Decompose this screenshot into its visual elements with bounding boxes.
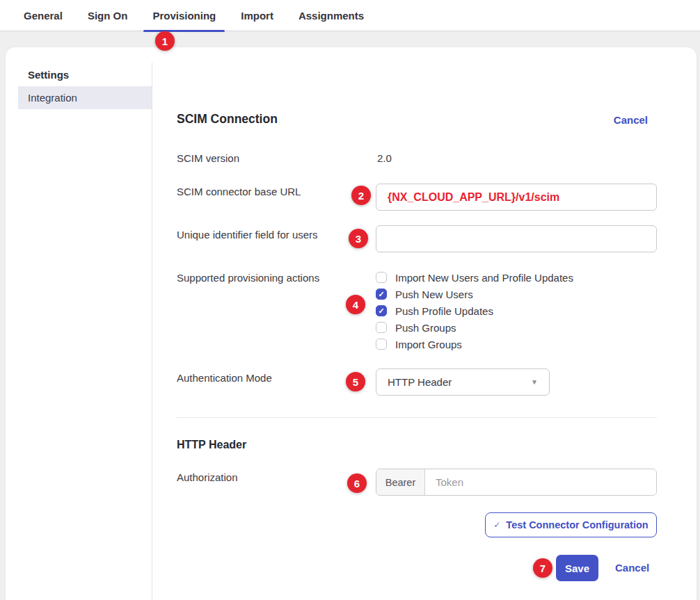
tab-provisioning[interactable]: Provisioning	[140, 0, 228, 31]
checkbox-row-push-groups[interactable]: ✓ Push Groups	[376, 319, 456, 336]
chevron-down-icon: ▼	[531, 378, 538, 386]
auth-mode-selected-value: HTTP Header	[388, 376, 452, 388]
scim-version-value: 2.0	[377, 152, 392, 164]
sidebar-item-integration[interactable]: Integration	[18, 86, 152, 109]
sidebar-divider	[152, 63, 152, 600]
cancel-link-bottom[interactable]: Cancel	[615, 562, 649, 574]
app-tab-bar: General Sign On Provisioning Import Assi…	[0, 0, 700, 31]
checkbox-push-profile-updates[interactable]: ✓	[376, 305, 387, 316]
bearer-prefix: Bearer	[376, 469, 425, 495]
token-input[interactable]	[425, 469, 656, 495]
checkbox-import-groups[interactable]: ✓	[376, 339, 387, 350]
checkbox-row-push-new-users[interactable]: ✓ Push New Users	[376, 286, 473, 302]
tab-general[interactable]: General	[11, 0, 75, 31]
sidebar-item-label: Integration	[28, 92, 77, 104]
checkmark-icon: ✓	[378, 307, 384, 315]
auth-mode-label: Authentication Mode	[177, 372, 272, 384]
step-badge-6: 6	[347, 473, 367, 493]
tab-assignments[interactable]: Assignments	[286, 0, 376, 31]
sidebar-header: Settings	[28, 69, 69, 81]
step-badge-4: 4	[346, 295, 365, 314]
checkbox-label: Import New Users and Profile Updates	[395, 272, 573, 284]
step-badge-2: 2	[351, 186, 371, 205]
settings-card: Settings Integration SCIM Connection Can…	[6, 47, 697, 600]
checkbox-label: Push Groups	[395, 322, 456, 334]
checkmark-icon: ✓	[378, 291, 384, 298]
checkmark-icon: ✓	[493, 520, 500, 530]
tab-import[interactable]: Import	[228, 0, 286, 31]
http-header-section-title: HTTP Header	[177, 439, 246, 451]
scim-version-label: SCIM version	[177, 152, 239, 164]
checkbox-row-push-profile-updates[interactable]: ✓ Push Profile Updates	[376, 302, 493, 319]
checkbox-label: Push Profile Updates	[395, 305, 493, 317]
provisioning-actions-label: Supported provisioning actions	[177, 272, 319, 284]
page-title: SCIM Connection	[177, 112, 278, 127]
cancel-link-top[interactable]: Cancel	[614, 114, 648, 126]
unique-id-label: Unique identifier field for users	[177, 229, 318, 241]
tab-sign-on[interactable]: Sign On	[75, 0, 141, 31]
step-badge-7: 7	[533, 558, 552, 578]
authorization-label: Authorization	[177, 471, 238, 483]
checkbox-push-groups[interactable]: ✓	[376, 322, 387, 333]
checkbox-label: Push New Users	[395, 289, 473, 300]
checkbox-label: Import Groups	[395, 339, 462, 350]
base-url-label: SCIM connector base URL	[177, 186, 301, 197]
test-connector-button[interactable]: ✓ Test Connector Configuration	[485, 512, 657, 537]
authorization-input-group: Bearer	[376, 469, 657, 496]
test-connector-button-label: Test Connector Configuration	[506, 519, 648, 530]
auth-mode-select[interactable]: HTTP Header ▼	[376, 368, 550, 396]
checkbox-import-new-users[interactable]: ✓	[376, 272, 387, 283]
step-badge-5: 5	[346, 372, 365, 391]
checkbox-row-import-groups[interactable]: ✓ Import Groups	[376, 336, 462, 352]
checkbox-row-import-new-users[interactable]: ✓ Import New Users and Profile Updates	[376, 269, 573, 286]
base-url-input[interactable]	[376, 184, 657, 211]
checkbox-push-new-users[interactable]: ✓	[376, 289, 387, 300]
step-badge-3: 3	[349, 229, 368, 248]
unique-id-input[interactable]	[376, 225, 657, 252]
section-divider	[177, 417, 657, 418]
step-badge-1: 1	[155, 31, 175, 51]
save-button[interactable]: Save	[556, 555, 598, 581]
